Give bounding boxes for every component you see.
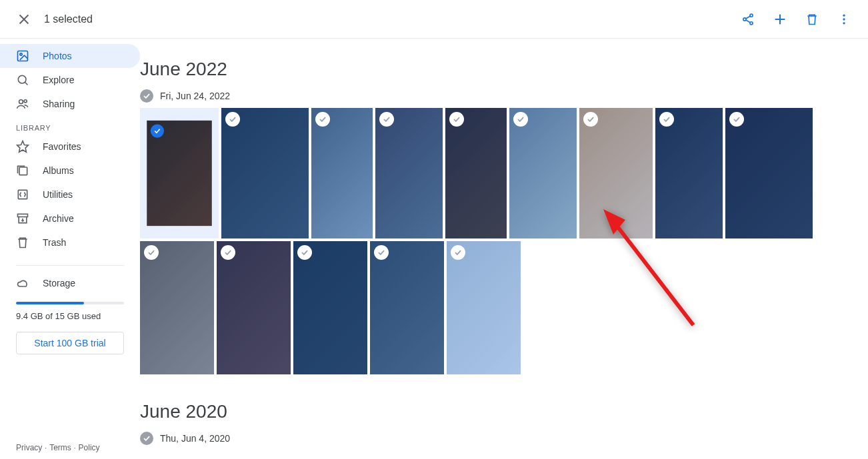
footer-links: Privacy · Terms · Policy	[16, 443, 100, 452]
svg-point-11	[843, 22, 845, 24]
date-row[interactable]: Thu, Jun 4, 2020	[140, 432, 855, 445]
svg-point-13	[20, 53, 22, 55]
thumb-check-icon[interactable]	[151, 124, 164, 137]
sidebar-item-label: Favorites	[43, 141, 81, 152]
search-icon	[16, 73, 29, 87]
trash-icon	[805, 13, 819, 26]
date-row[interactable]: Fri, Jun 24, 2022	[140, 89, 855, 103]
thumb-check-icon[interactable]	[374, 245, 389, 260]
more-options-button[interactable]	[831, 6, 857, 33]
select-day-check[interactable]	[140, 432, 153, 445]
svg-point-16	[19, 100, 23, 104]
month-heading: June 2022	[140, 59, 855, 80]
sidebar-item-storage[interactable]: Storage	[0, 271, 140, 295]
svg-point-3	[743, 17, 746, 20]
thumb-check-icon[interactable]	[144, 245, 159, 260]
photo-thumb[interactable]	[140, 241, 214, 374]
photo-thumb[interactable]	[375, 108, 443, 238]
thumb-check-icon[interactable]	[297, 245, 312, 260]
archive-icon	[16, 212, 29, 225]
share-button[interactable]	[735, 6, 761, 33]
library-section-label: LIBRARY	[0, 116, 140, 135]
svg-point-17	[24, 100, 27, 103]
footer-terms-link[interactable]: Terms	[49, 443, 71, 452]
selection-count-text: 1 selected	[44, 13, 93, 25]
thumb-check-icon[interactable]	[449, 112, 464, 127]
svg-rect-21	[18, 214, 28, 217]
photo-thumb[interactable]	[221, 108, 309, 238]
thumb-check-icon[interactable]	[315, 112, 330, 127]
close-icon	[17, 12, 31, 27]
cloud-icon	[16, 276, 29, 290]
sidebar-item-explore[interactable]: Explore	[0, 68, 140, 92]
content-area: June 2022Fri, Jun 24, 2022June 2020Thu, …	[140, 39, 868, 459]
thumb-check-icon[interactable]	[225, 112, 240, 127]
sidebar-item-trash[interactable]: Trash	[0, 230, 140, 254]
photo-thumb[interactable]	[445, 108, 507, 238]
svg-line-15	[25, 83, 28, 85]
svg-point-9	[843, 14, 845, 16]
sidebar: PhotosExploreSharing LIBRARY FavoritesAl…	[0, 39, 140, 459]
photo-thumb[interactable]	[579, 108, 653, 238]
photo-thumb[interactable]	[725, 108, 813, 238]
sidebar-item-label: Archive	[43, 213, 74, 224]
photo-thumb[interactable]	[311, 108, 373, 238]
photo-thumb[interactable]	[293, 241, 367, 374]
sidebar-item-label: Photos	[43, 51, 72, 61]
date-text: Thu, Jun 4, 2020	[160, 433, 230, 444]
image-icon	[16, 49, 29, 63]
sidebar-item-photos[interactable]: Photos	[0, 44, 140, 68]
plus-icon	[773, 12, 787, 27]
storage-progress	[16, 302, 124, 304]
footer-policy-link[interactable]: Policy	[79, 443, 100, 452]
photo-thumb[interactable]	[217, 241, 291, 374]
photo-thumb[interactable]	[447, 241, 521, 374]
photo-thumb[interactable]	[370, 241, 444, 374]
storage-usage-text: 9.4 GB of 15 GB used	[0, 308, 140, 324]
sidebar-item-label: Albums	[43, 165, 74, 176]
sidebar-item-label: Sharing	[43, 99, 75, 109]
more-vert-icon	[837, 13, 851, 26]
sidebar-item-label: Utilities	[43, 189, 73, 200]
svg-line-6	[746, 20, 750, 23]
month-heading: June 2020	[140, 401, 855, 422]
sidebar-item-label: Storage	[43, 278, 75, 288]
footer-privacy-link[interactable]: Privacy	[16, 443, 42, 452]
add-to-button[interactable]	[767, 6, 793, 33]
photo-thumb[interactable]	[140, 108, 219, 238]
sidebar-item-utilities[interactable]: Utilities	[0, 183, 140, 207]
svg-point-10	[843, 18, 845, 20]
svg-rect-12	[18, 51, 28, 61]
thumb-check-icon[interactable]	[659, 112, 674, 127]
sidebar-item-albums[interactable]: Albums	[0, 159, 140, 183]
photo-thumb[interactable]	[509, 108, 577, 238]
select-day-check[interactable]	[140, 89, 153, 103]
start-trial-button[interactable]: Start 100 GB trial	[16, 332, 124, 354]
photo-thumb[interactable]	[655, 108, 723, 238]
divider	[16, 265, 124, 266]
close-selection-button[interactable]	[11, 6, 37, 33]
delete-button[interactable]	[799, 6, 825, 33]
svg-point-2	[750, 14, 753, 17]
people-icon	[16, 97, 29, 111]
thumb-check-icon[interactable]	[513, 112, 528, 127]
sidebar-item-favorites[interactable]: Favorites	[0, 135, 140, 159]
svg-marker-18	[17, 141, 29, 153]
sidebar-item-label: Explore	[43, 75, 74, 85]
svg-line-5	[746, 16, 750, 19]
sidebar-item-sharing[interactable]: Sharing	[0, 92, 140, 116]
utilities-icon	[16, 188, 29, 201]
thumb-check-icon[interactable]	[583, 112, 598, 127]
thumb-check-icon[interactable]	[221, 245, 235, 260]
thumb-check-icon[interactable]	[729, 112, 744, 127]
photo-grid	[140, 108, 855, 374]
thumb-check-icon[interactable]	[379, 112, 394, 127]
selection-topbar: 1 selected	[0, 0, 868, 39]
thumb-check-icon[interactable]	[451, 245, 465, 260]
svg-rect-19	[19, 167, 27, 175]
album-icon	[16, 164, 29, 177]
svg-point-4	[750, 21, 753, 24]
share-icon	[741, 13, 755, 26]
sidebar-item-archive[interactable]: Archive	[0, 207, 140, 230]
star-icon	[16, 140, 29, 153]
